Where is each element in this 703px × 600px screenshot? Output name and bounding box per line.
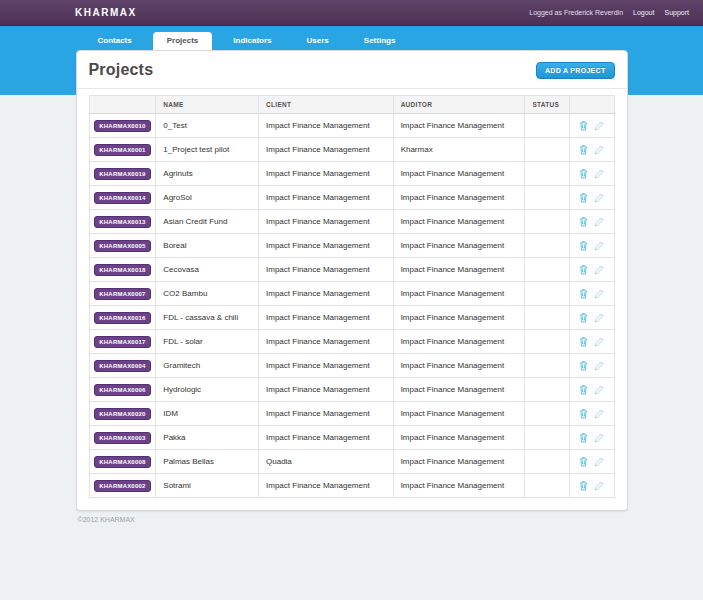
delete-icon[interactable] (579, 192, 588, 203)
delete-icon[interactable] (579, 360, 588, 371)
edit-icon[interactable] (594, 265, 604, 275)
project-status-cell (525, 450, 570, 474)
tab-indicators[interactable]: Indicators (219, 32, 285, 50)
project-auditor-cell: Impact Finance Management (393, 282, 525, 306)
delete-icon[interactable] (579, 120, 588, 131)
tab-projects[interactable]: Projects (153, 32, 213, 50)
table-row: KHARMAX0017 FDL - solar Impact Finance M… (89, 330, 614, 354)
tab-contacts[interactable]: Contacts (84, 32, 146, 50)
support-link[interactable]: Support (664, 9, 689, 16)
copyright-footer: ©2012 KHARMAX (76, 516, 628, 523)
delete-icon[interactable] (579, 288, 588, 299)
edit-icon[interactable] (594, 193, 604, 203)
project-client-cell: Impact Finance Management (259, 474, 394, 498)
project-auditor-cell: Impact Finance Management (393, 258, 525, 282)
project-client-cell: Quadia (259, 450, 394, 474)
edit-icon[interactable] (594, 313, 604, 323)
project-code-badge: KHARMAX0002 (94, 480, 150, 492)
project-client-cell: Impact Finance Management (259, 354, 394, 378)
projects-panel: Projects ADD A PROJECT NAMECLIENTAUDITOR… (76, 50, 628, 511)
project-status-cell (525, 474, 570, 498)
project-auditor-cell: Impact Finance Management (393, 354, 525, 378)
edit-icon[interactable] (594, 241, 604, 251)
delete-icon[interactable] (579, 144, 588, 155)
project-code-badge: KHARMAX0018 (94, 264, 150, 276)
table-row: KHARMAX0005 Boreal Impact Finance Manage… (89, 234, 614, 258)
edit-icon[interactable] (594, 121, 604, 131)
project-auditor-cell: Kharmax (393, 138, 525, 162)
project-status-cell (525, 138, 570, 162)
table-row: KHARMAX0010 0_Test Impact Finance Manage… (89, 114, 614, 138)
logged-in-as-label: Logged as Frederick Reverdin (529, 9, 623, 16)
project-client-cell: Impact Finance Management (259, 426, 394, 450)
edit-icon[interactable] (594, 481, 604, 491)
delete-icon[interactable] (579, 480, 588, 491)
edit-icon[interactable] (594, 145, 604, 155)
delete-icon[interactable] (579, 384, 588, 395)
delete-icon[interactable] (579, 432, 588, 443)
project-name-cell: Gramitech (156, 354, 259, 378)
project-name-cell: FDL - solar (156, 330, 259, 354)
project-auditor-cell: Impact Finance Management (393, 330, 525, 354)
project-code-badge: KHARMAX0001 (94, 144, 150, 156)
project-status-cell (525, 186, 570, 210)
column-header-auditor: AUDITOR (393, 96, 525, 114)
logout-link[interactable]: Logout (633, 9, 654, 16)
edit-icon[interactable] (594, 457, 604, 467)
project-auditor-cell: Impact Finance Management (393, 162, 525, 186)
table-row: KHARMAX0006 Hydrologic Impact Finance Ma… (89, 378, 614, 402)
edit-icon[interactable] (594, 217, 604, 227)
tab-users[interactable]: Users (293, 32, 343, 50)
project-name-cell: Cecovasa (156, 258, 259, 282)
table-row: KHARMAX0003 Pakka Impact Finance Managem… (89, 426, 614, 450)
edit-icon[interactable] (594, 169, 604, 179)
project-code-badge: KHARMAX0005 (94, 240, 150, 252)
delete-icon[interactable] (579, 408, 588, 419)
table-row: KHARMAX0019 Agrinuts Impact Finance Mana… (89, 162, 614, 186)
delete-icon[interactable] (579, 312, 588, 323)
project-name-cell: AgroSol (156, 186, 259, 210)
project-name-cell: Asian Credit Fund (156, 210, 259, 234)
table-row: KHARMAX0001 1_Project test pilot Impact … (89, 138, 614, 162)
delete-icon[interactable] (579, 168, 588, 179)
column-header-client: CLIENT (259, 96, 394, 114)
edit-icon[interactable] (594, 337, 604, 347)
delete-icon[interactable] (579, 264, 588, 275)
project-name-cell: Pakka (156, 426, 259, 450)
edit-icon[interactable] (594, 409, 604, 419)
delete-icon[interactable] (579, 336, 588, 347)
project-client-cell: Impact Finance Management (259, 282, 394, 306)
project-auditor-cell: Impact Finance Management (393, 186, 525, 210)
project-name-cell: IDM (156, 402, 259, 426)
project-status-cell (525, 162, 570, 186)
delete-icon[interactable] (579, 216, 588, 227)
project-name-cell: FDL - cassava & chili (156, 306, 259, 330)
table-row: KHARMAX0018 Cecovasa Impact Finance Mana… (89, 258, 614, 282)
project-code-badge: KHARMAX0013 (94, 216, 150, 228)
project-status-cell (525, 234, 570, 258)
project-code-badge: KHARMAX0017 (94, 336, 150, 348)
project-code-badge: KHARMAX0014 (94, 192, 150, 204)
tab-settings[interactable]: Settings (350, 32, 410, 50)
project-status-cell (525, 330, 570, 354)
table-row: KHARMAX0014 AgroSol Impact Finance Manag… (89, 186, 614, 210)
project-client-cell: Impact Finance Management (259, 258, 394, 282)
project-name-cell: 0_Test (156, 114, 259, 138)
table-row: KHARMAX0002 Sotrami Impact Finance Manag… (89, 474, 614, 498)
edit-icon[interactable] (594, 289, 604, 299)
edit-icon[interactable] (594, 433, 604, 443)
project-client-cell: Impact Finance Management (259, 114, 394, 138)
table-row: KHARMAX0013 Asian Credit Fund Impact Fin… (89, 210, 614, 234)
project-name-cell: CO2 Bambu (156, 282, 259, 306)
app-logo[interactable]: KHARMAX (75, 7, 137, 18)
edit-icon[interactable] (594, 361, 604, 371)
project-status-cell (525, 378, 570, 402)
add-project-button[interactable]: ADD A PROJECT (536, 62, 615, 79)
projects-table: NAMECLIENTAUDITORSTATUS KHARMAX0010 0_Te… (89, 95, 615, 498)
project-auditor-cell: Impact Finance Management (393, 426, 525, 450)
edit-icon[interactable] (594, 385, 604, 395)
panel-header: Projects ADD A PROJECT (77, 51, 627, 89)
delete-icon[interactable] (579, 456, 588, 467)
delete-icon[interactable] (579, 240, 588, 251)
project-status-cell (525, 426, 570, 450)
